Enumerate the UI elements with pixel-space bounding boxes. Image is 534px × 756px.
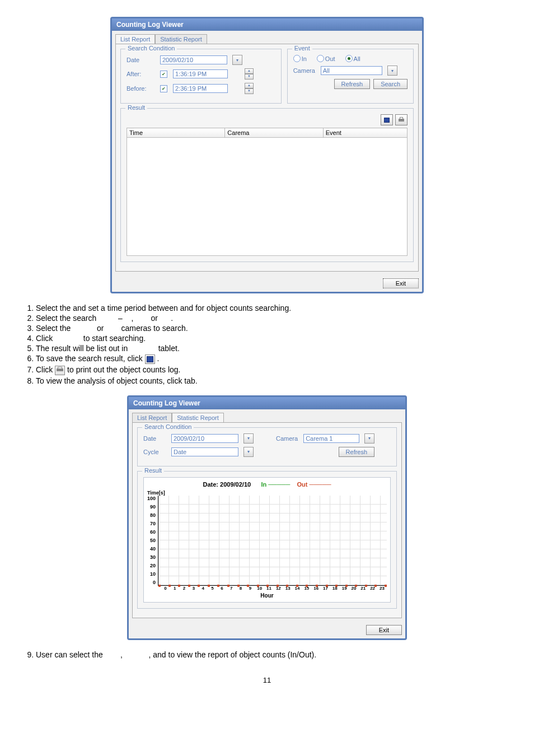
instruction-item: Click to start searching. — [36, 334, 512, 343]
save-button[interactable] — [381, 114, 393, 125]
fieldset-label: Search Condition — [125, 45, 177, 52]
date-label: Date — [143, 435, 166, 442]
save-icon — [145, 354, 155, 364]
date-dropdown-icon[interactable]: ▾ — [232, 55, 242, 65]
col-camera[interactable]: Carema — [225, 128, 323, 138]
camera-select[interactable]: All — [321, 66, 382, 75]
date-input[interactable]: 2009/02/10 — [160, 55, 227, 64]
after-label: After: — [127, 71, 154, 77]
camera-dropdown-icon[interactable]: ▾ — [387, 66, 397, 76]
page-number: 11 — [22, 676, 512, 684]
print-icon — [397, 116, 405, 124]
chart-plot-area — [158, 496, 387, 586]
exit-button[interactable]: Exit — [366, 625, 402, 635]
date-dropdown-icon[interactable]: ▾ — [243, 433, 254, 444]
camera-label: Camera — [293, 67, 315, 74]
instruction-item: Select the and set a time period between… — [36, 304, 512, 312]
cycle-dropdown-icon[interactable]: ▾ — [243, 447, 254, 457]
result-table: Time Carema Event — [127, 128, 407, 138]
date-input[interactable]: 2009/02/10 — [171, 434, 238, 443]
before-label: Before: — [127, 85, 154, 92]
counting-log-viewer-dialog-stat: Counting Log Viewer List ReportStatistic… — [127, 395, 407, 640]
chart-title: Date: 2009/02/10 In ───── Out ───── — [147, 481, 387, 488]
legend-in: In ───── — [261, 481, 290, 488]
after-spinner[interactable]: ▲▼ — [245, 68, 254, 80]
before-spinner[interactable]: ▲▼ — [245, 83, 254, 94]
search-condition-group: Search Condition Date 2009/02/10▾ Cycle … — [137, 427, 397, 466]
print-button[interactable] — [395, 114, 407, 125]
radio-all[interactable]: All — [345, 55, 360, 62]
tabs: List ReportStatistic Report — [115, 34, 419, 44]
date-label: Date — [127, 57, 154, 63]
event-group: Event In Out All Camera All▾ Refresh Sea… — [287, 49, 414, 104]
tab-statistic-report[interactable]: Statistic Report — [155, 34, 207, 44]
col-event[interactable]: Event — [323, 128, 407, 138]
after-checkbox[interactable]: ✔ — [160, 71, 167, 78]
instruction-item: To save the search result, click . — [36, 354, 512, 364]
result-group: Result Date: 2009/02/10 In ───── Out ───… — [137, 471, 397, 609]
dialog-title: Counting Log Viewer — [129, 397, 405, 409]
before-checkbox[interactable]: ✔ — [160, 85, 167, 92]
instruction-item: Click to print out the object counts log… — [36, 365, 512, 375]
camera-label: Camera — [276, 435, 298, 442]
camera-select[interactable]: Carema 1 — [303, 434, 359, 443]
fieldset-label: Event — [292, 45, 312, 52]
fieldset-label: Result — [142, 467, 164, 474]
tabs: List ReportStatistic Report — [132, 413, 402, 422]
cycle-label: Cycle — [143, 449, 166, 455]
refresh-button[interactable]: Refresh — [334, 79, 371, 89]
instruction-item: Select the or cameras to search. — [36, 324, 512, 333]
exit-button[interactable]: Exit — [383, 278, 419, 288]
after-input[interactable]: 1:36:19 PM — [173, 69, 228, 78]
instruction-item: The result will be list out in tablet. — [36, 344, 512, 353]
search-button[interactable]: Search — [373, 79, 407, 89]
y-axis-ticks: 1009080706050403020100 — [147, 496, 158, 585]
result-group: Result Time Carema Event — [120, 108, 414, 262]
cycle-select[interactable]: Date — [171, 447, 238, 456]
x-axis-label: Hour — [147, 592, 387, 599]
dialog-title: Counting Log Viewer — [112, 18, 422, 31]
legend-out: Out ───── — [297, 481, 331, 488]
instruction-item: User can select the , , and to view the … — [36, 650, 512, 659]
counting-log-viewer-dialog: Counting Log Viewer List ReportStatistic… — [110, 17, 424, 293]
result-list-area[interactable] — [127, 138, 407, 256]
y-axis-label: Time[s] — [147, 490, 387, 496]
tab-panel: Search Condition Date 2009/02/10▾ Cycle … — [132, 422, 402, 618]
radio-out[interactable]: Out — [317, 55, 335, 62]
tab-list-report[interactable]: List Report — [132, 413, 172, 422]
fieldset-label: Search Condition — [142, 423, 194, 430]
fieldset-label: Result — [125, 104, 147, 111]
before-input[interactable]: 2:36:19 PM — [173, 84, 228, 93]
search-condition-group: Search Condition Date 2009/02/10▾ After:… — [120, 49, 282, 104]
chart: Date: 2009/02/10 In ───── Out ───── Time… — [143, 477, 391, 603]
tab-statistic-report[interactable]: Statistic Report — [172, 413, 224, 422]
print-icon — [55, 366, 65, 375]
camera-dropdown-icon[interactable]: ▾ — [364, 433, 374, 444]
col-time[interactable]: Time — [127, 128, 225, 138]
refresh-button[interactable]: Refresh — [339, 447, 375, 457]
instructions: Select the and set a time period between… — [22, 304, 512, 385]
instruction-item: To view the analysis of object counts, c… — [36, 376, 512, 385]
instruction-item: Select the search – , or . — [36, 314, 512, 323]
tab-list-report[interactable]: List Report — [115, 34, 155, 44]
instructions-post: User can select the , , and to view the … — [22, 650, 512, 659]
radio-in[interactable]: In — [293, 55, 307, 62]
tab-panel: Search Condition Date 2009/02/10▾ After:… — [115, 44, 419, 272]
save-icon — [383, 116, 391, 124]
